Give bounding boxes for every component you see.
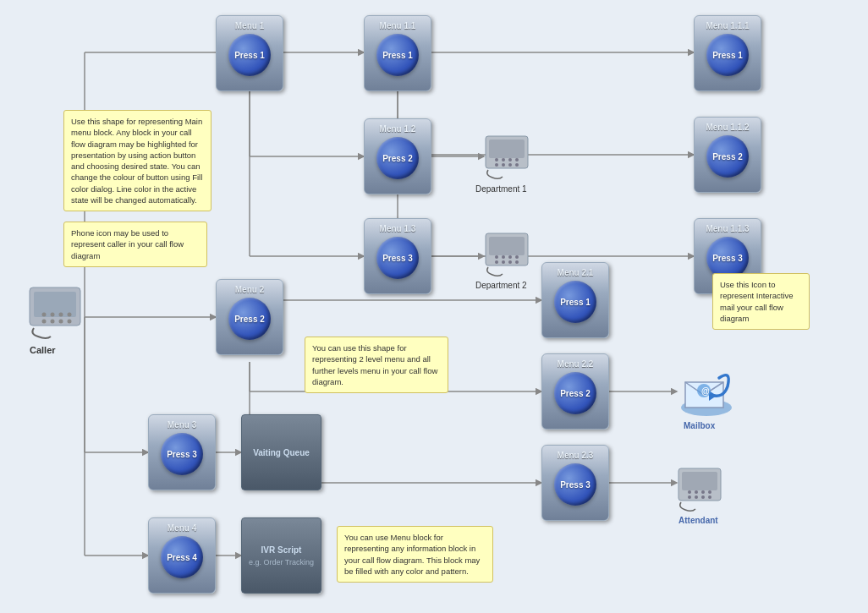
menu3-button[interactable]: Press 3 — [161, 433, 203, 475]
svg-point-50 — [495, 260, 498, 264]
svg-point-30 — [42, 320, 47, 324]
svg-point-61 — [695, 495, 698, 499]
menu2-button[interactable]: Press 2 — [228, 298, 271, 340]
svg-point-55 — [502, 255, 505, 259]
menu-block-1-1[interactable]: Menu 1.1 Press 1 — [364, 15, 431, 91]
menu2-3-button[interactable]: Press 3 — [554, 463, 596, 506]
attendant-phone — [675, 463, 730, 517]
annotation-mail-text: Use this Icon to represent Interactive m… — [720, 280, 794, 323]
svg-point-46 — [508, 158, 512, 161]
svg-point-45 — [502, 158, 505, 161]
department1-label: Department 1 — [475, 184, 527, 194]
menu-block-2-3[interactable]: Menu 2.3 Press 3 — [541, 445, 609, 521]
annotation-level2-menu: You can use this shape for representing … — [305, 337, 448, 393]
menu-block-1-2[interactable]: Menu 1.2 Press 2 — [364, 118, 431, 194]
menu2-2-button[interactable]: Press 2 — [554, 372, 596, 414]
svg-point-41 — [502, 163, 505, 167]
menu-block-1-1-2[interactable]: Menu 1.1.2 Press 2 — [694, 117, 761, 193]
svg-rect-59 — [682, 472, 717, 490]
svg-rect-49 — [489, 237, 525, 255]
menu1-2-button[interactable]: Press 2 — [376, 137, 419, 179]
menu1-1-1-title: Menu 1.1.1 — [706, 21, 749, 30]
svg-point-42 — [508, 163, 512, 167]
svg-point-44 — [495, 158, 498, 161]
ivr-script-subtitle: e.g. Order Tracking — [249, 558, 314, 566]
menu2-2-title: Menu 2.2 — [558, 359, 594, 369]
menu1-1-2-button[interactable]: Press 2 — [706, 135, 749, 178]
menu-block-3[interactable]: Menu 3 Press 3 — [148, 414, 216, 490]
menu1-1-1-button[interactable]: Press 1 — [706, 34, 749, 76]
menu-block-2-1[interactable]: Menu 2.1 Press 1 — [541, 262, 609, 338]
svg-point-47 — [515, 158, 519, 161]
svg-point-35 — [51, 313, 55, 317]
ivr-script-block[interactable]: IVR Script e.g. Order Tracking — [241, 517, 321, 594]
annotation-level2-text: You can use this shape for representing … — [312, 343, 437, 386]
svg-point-65 — [695, 490, 698, 494]
svg-point-43 — [515, 163, 519, 167]
svg-point-52 — [508, 260, 512, 264]
caller-phone-icon — [25, 279, 93, 346]
attendant-label: Attendant — [678, 516, 718, 525]
annotation-interactive-mail: Use this Icon to represent Interactive m… — [712, 273, 810, 330]
svg-point-67 — [708, 490, 711, 494]
svg-point-36 — [59, 313, 63, 317]
waiting-queue-block[interactable]: Vaiting Queue — [241, 414, 321, 490]
menu4-title: Menu 4 — [168, 523, 196, 533]
svg-rect-39 — [489, 140, 525, 158]
svg-point-31 — [51, 320, 55, 324]
menu1-1-title: Menu 1.1 — [380, 21, 416, 30]
menu-block-1-3[interactable]: Menu 1.3 Press 3 — [364, 218, 431, 294]
svg-point-37 — [68, 313, 72, 317]
menu-block-2[interactable]: Menu 2 Press 2 — [216, 279, 283, 355]
annotation-menu-block-text: You can use Menu block for representing … — [344, 533, 480, 576]
department2-phone — [482, 228, 537, 282]
department2-label: Department 2 — [475, 281, 527, 290]
svg-point-63 — [708, 495, 711, 499]
svg-text:@: @ — [701, 386, 710, 396]
menu1-3-button[interactable]: Press 3 — [376, 237, 419, 279]
menu3-title: Menu 3 — [168, 420, 196, 430]
svg-point-64 — [688, 490, 691, 494]
menu-block-2-2[interactable]: Menu 2.2 Press 2 — [541, 353, 609, 430]
menu1-1-button[interactable]: Press 1 — [376, 34, 419, 76]
menu2-title: Menu 2 — [235, 285, 264, 294]
menu2-1-button[interactable]: Press 1 — [554, 281, 596, 323]
annotation-main-menu-text: Use this shape for representing Main men… — [71, 117, 202, 205]
menu4-button[interactable]: Press 4 — [161, 536, 203, 578]
annotation-phone-icon: Phone icon may be used to represent call… — [63, 222, 207, 267]
menu1-1-3-title: Menu 1.1.3 — [706, 224, 749, 233]
menu1-1-2-title: Menu 1.1.2 — [706, 123, 749, 132]
svg-point-54 — [495, 255, 498, 259]
menu2-3-title: Menu 2.3 — [558, 451, 594, 460]
svg-point-62 — [701, 495, 705, 499]
menu2-1-title: Menu 2.1 — [558, 268, 594, 277]
caller-label: Caller — [30, 345, 56, 355]
mailbox-icon: @ — [673, 365, 736, 424]
menu1-3-title: Menu 1.3 — [380, 224, 416, 233]
menu1-button[interactable]: Press 1 — [228, 34, 271, 76]
svg-point-57 — [515, 255, 519, 259]
department1-phone — [482, 131, 537, 185]
svg-point-53 — [515, 260, 519, 264]
canvas: Caller Department 1 — [0, 0, 868, 613]
svg-point-56 — [508, 255, 512, 259]
waiting-queue-title: Vaiting Queue — [253, 448, 310, 457]
svg-point-32 — [59, 320, 63, 324]
menu-block-1-1-1[interactable]: Menu 1.1.1 Press 1 — [694, 15, 761, 91]
ivr-script-title: IVR Script — [261, 545, 302, 555]
svg-point-66 — [701, 490, 705, 494]
mailbox-label: Mailbox — [684, 421, 715, 430]
svg-point-33 — [68, 320, 72, 324]
menu1-title: Menu 1 — [235, 21, 264, 30]
svg-point-60 — [688, 495, 691, 499]
menu1-2-title: Menu 1.2 — [380, 124, 416, 134]
annotation-phone-text: Phone icon may be used to represent call… — [71, 228, 184, 260]
svg-point-40 — [495, 163, 498, 167]
menu-block-4[interactable]: Menu 4 Press 4 — [148, 517, 216, 594]
annotation-menu-block-info: You can use Menu block for representing … — [337, 526, 493, 583]
svg-point-51 — [502, 260, 505, 264]
annotation-main-menu: Use this shape for representing Main men… — [63, 110, 212, 211]
svg-point-34 — [42, 313, 47, 317]
menu-block-1[interactable]: Menu 1 Press 1 — [216, 15, 283, 91]
